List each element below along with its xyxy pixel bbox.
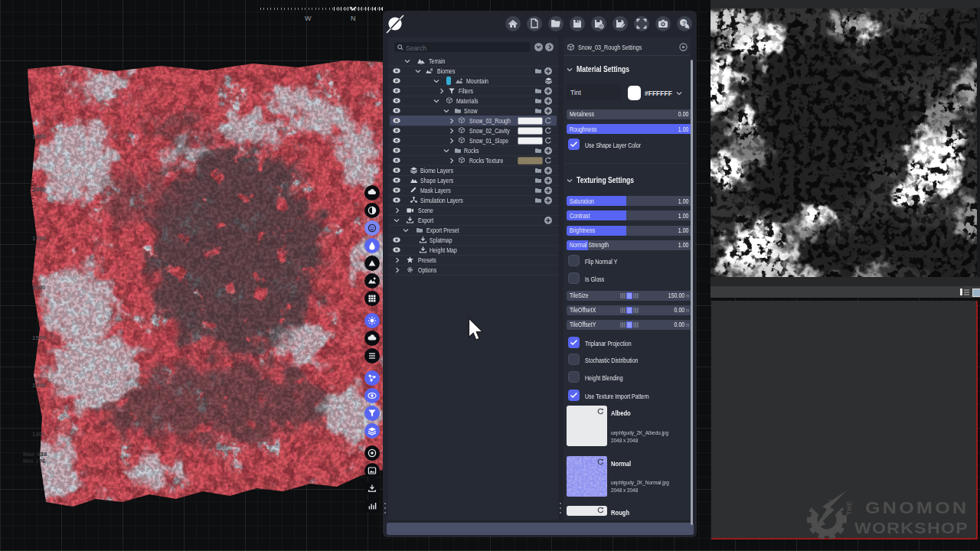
svg-text:?: ? [682,20,686,27]
